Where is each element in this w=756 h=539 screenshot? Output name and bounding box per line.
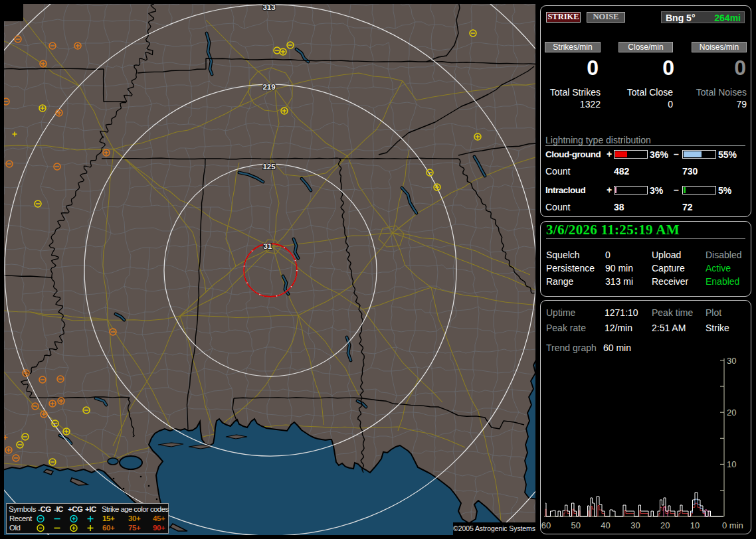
svg-text:20: 20 bbox=[660, 520, 670, 530]
svg-text:50: 50 bbox=[571, 520, 581, 530]
svg-text:125: 125 bbox=[262, 163, 276, 171]
svg-text:30: 30 bbox=[630, 520, 640, 530]
svg-text:0 min: 0 min bbox=[722, 520, 743, 530]
svg-text:60: 60 bbox=[541, 520, 551, 530]
svg-text:313: 313 bbox=[262, 4, 275, 11]
svg-text:10: 10 bbox=[727, 459, 736, 469]
svg-text:20: 20 bbox=[727, 408, 736, 418]
svg-text:219: 219 bbox=[262, 83, 275, 91]
svg-text:30: 30 bbox=[727, 356, 736, 366]
svg-text:31: 31 bbox=[264, 242, 272, 250]
svg-text:10: 10 bbox=[690, 520, 700, 530]
svg-text:40: 40 bbox=[601, 520, 610, 530]
